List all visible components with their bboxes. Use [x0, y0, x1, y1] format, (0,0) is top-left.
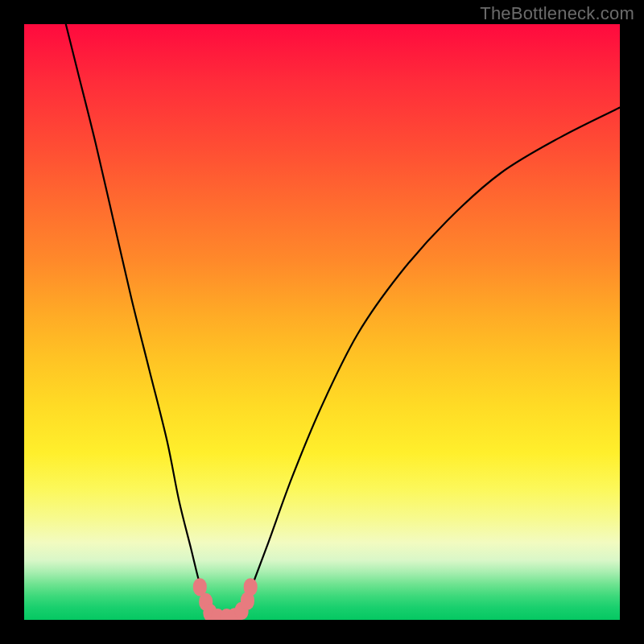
bottleneck-markers: [193, 578, 258, 620]
plot-area: [24, 24, 620, 620]
watermark-text: TheBottleneck.com: [480, 3, 634, 24]
bottleneck-marker: [244, 578, 258, 596]
chart-container: TheBottleneck.com: [0, 0, 644, 644]
marker-layer: [24, 24, 620, 620]
